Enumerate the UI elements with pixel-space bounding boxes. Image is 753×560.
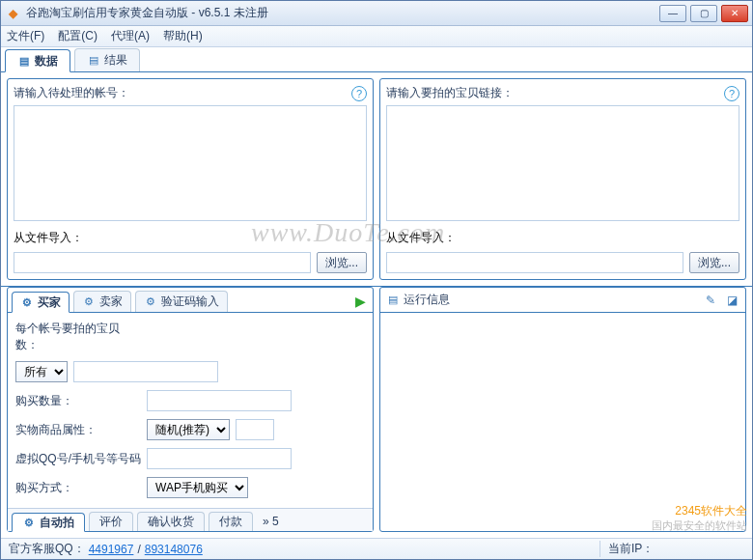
accounts-import-label: 从文件导入： xyxy=(14,230,83,246)
tab-auto[interactable]: ⚙ 自动拍 xyxy=(12,513,85,532)
tab-result-label: 结果 xyxy=(104,52,127,69)
links-browse-button[interactable]: 浏览... xyxy=(689,252,739,273)
method-select[interactable]: WAP手机购买 xyxy=(147,477,248,498)
gear-icon: ⚙ xyxy=(20,295,34,309)
count-select[interactable]: 所有 xyxy=(15,361,68,382)
minimize-button[interactable]: — xyxy=(659,5,686,22)
accounts-import-path[interactable] xyxy=(14,252,311,273)
tab-confirm-label: 确认收货 xyxy=(148,514,194,530)
runinfo-body xyxy=(380,313,745,531)
close-button[interactable]: ✕ xyxy=(721,5,748,22)
window-title: 谷跑淘宝刷信用专家黄金自动版 - v6.5.1 未注册 xyxy=(26,5,659,21)
tab-pay-label: 付款 xyxy=(219,514,242,530)
gear-icon: ⚙ xyxy=(82,295,96,309)
help-icon[interactable]: ? xyxy=(724,86,739,101)
tab-result[interactable]: ▤ 结果 xyxy=(74,48,140,71)
qq-link-1[interactable]: 4491967 xyxy=(89,543,134,556)
qq-link-2[interactable]: 893148076 xyxy=(145,543,203,556)
tab-pay[interactable]: 付款 xyxy=(209,512,253,531)
tab-seller-label: 卖家 xyxy=(99,294,123,310)
info-icon: ▤ xyxy=(386,294,400,307)
tab-review-label: 评价 xyxy=(99,514,123,530)
list-icon: ▤ xyxy=(87,54,100,68)
runinfo-title: 运行信息 xyxy=(404,292,450,308)
virtual-input[interactable] xyxy=(147,448,292,469)
wand-icon[interactable]: ✎ xyxy=(703,293,718,308)
document-icon: ▤ xyxy=(17,54,31,68)
menu-proxy[interactable]: 代理(A) xyxy=(111,28,150,44)
count-label: 每个帐号要拍的宝贝数： xyxy=(15,321,141,353)
titlebar: ◆ 谷跑淘宝刷信用专家黄金自动版 - v6.5.1 未注册 — ▢ ✕ xyxy=(1,1,752,26)
tabs-overflow[interactable]: » 5 xyxy=(257,515,285,528)
tab-data[interactable]: ▤ 数据 xyxy=(5,49,70,72)
links-import-label: 从文件导入： xyxy=(386,230,456,246)
statusbar: 官方客服QQ： 4491967/893148076 当前IP： xyxy=(1,538,752,559)
ip-label: 当前IP： xyxy=(600,541,744,557)
main-tabs: ▤ 数据 ▤ 结果 xyxy=(1,47,752,72)
tab-captcha-label: 验证码输入 xyxy=(161,294,219,310)
method-label: 购买方式： xyxy=(15,480,141,496)
eraser-icon[interactable]: ◪ xyxy=(724,293,739,308)
tab-review[interactable]: 评价 xyxy=(89,512,133,531)
qty-input[interactable] xyxy=(147,390,292,411)
qq-label: 官方客服QQ： xyxy=(9,541,85,557)
action-tabs: ⚙ 自动拍 评价 确认收货 付款 » 5 xyxy=(8,508,373,531)
tab-confirm[interactable]: 确认收货 xyxy=(137,512,205,531)
menu-file[interactable]: 文件(F) xyxy=(7,28,44,44)
gear-icon: ⚙ xyxy=(144,295,157,309)
tab-auto-label: 自动拍 xyxy=(40,515,74,531)
tab-data-label: 数据 xyxy=(35,53,58,70)
accounts-browse-button[interactable]: 浏览... xyxy=(317,252,367,273)
menu-help[interactable]: 帮助(H) xyxy=(163,28,203,44)
links-label: 请输入要拍的宝贝链接： xyxy=(386,85,514,101)
virtual-label: 虚拟QQ号/手机号等号码 xyxy=(15,451,141,467)
maximize-button[interactable]: ▢ xyxy=(690,5,717,22)
runinfo-panel: ▤ 运行信息 ✎ ◪ xyxy=(379,287,746,532)
links-import-path[interactable] xyxy=(386,252,683,273)
help-icon[interactable]: ? xyxy=(351,86,367,101)
menubar: 文件(F) 配置(C) 代理(A) 帮助(H) xyxy=(1,26,752,47)
gear-icon: ⚙ xyxy=(22,516,36,529)
accounts-label: 请输入待处理的帐号： xyxy=(14,85,129,101)
role-tabs: ⚙ 买家 ⚙ 卖家 ⚙ 验证码输入 ▶ xyxy=(8,288,373,313)
attr-select[interactable]: 随机(推荐) xyxy=(147,419,230,440)
links-textarea[interactable] xyxy=(386,105,739,221)
play-button[interactable]: ▶ xyxy=(351,293,369,310)
attr-extra-input[interactable] xyxy=(236,419,274,440)
settings-panel: ⚙ 买家 ⚙ 卖家 ⚙ 验证码输入 ▶ 每个帐号要拍的宝贝数： 所有 xyxy=(7,287,374,532)
count-input[interactable] xyxy=(73,361,218,382)
tab-seller[interactable]: ⚙ 卖家 xyxy=(73,291,131,312)
attr-label: 实物商品属性： xyxy=(15,422,141,438)
links-panel: 请输入要拍的宝贝链接： ? 从文件导入： 浏览... xyxy=(379,78,746,280)
accounts-panel: 请输入待处理的帐号： ? 从文件导入： 浏览... xyxy=(7,78,374,280)
menu-config[interactable]: 配置(C) xyxy=(58,28,98,44)
tab-captcha[interactable]: ⚙ 验证码输入 xyxy=(135,291,228,312)
app-icon: ◆ xyxy=(5,6,20,21)
tab-buyer-label: 买家 xyxy=(38,294,61,311)
tab-buyer[interactable]: ⚙ 买家 xyxy=(12,292,70,313)
accounts-textarea[interactable] xyxy=(14,105,367,221)
qty-label: 购买数量： xyxy=(15,393,141,409)
